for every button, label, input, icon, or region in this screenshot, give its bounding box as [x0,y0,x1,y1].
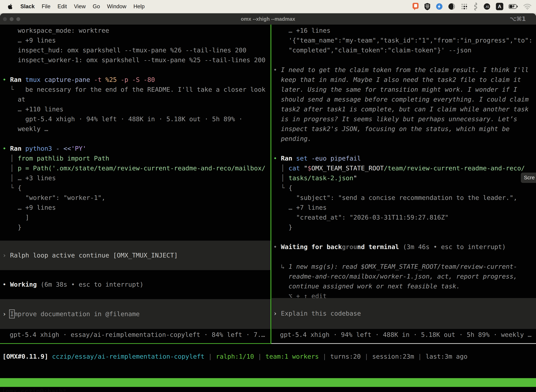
right-pane-border [271,343,536,344]
menu-bar: Slack File Edit View Go Window Help ..61… [0,0,536,13]
terminal-line: │ tasks/task-2.json" [273,173,536,183]
window-title: omx --xhigh --madmax [0,13,536,25]
terminal-line: • Working (6m 38s • esc to interrupt) [2,280,144,289]
terminal-line: readme-and-reco/mailbox/worker-1.json, a… [273,271,536,281]
terminal-line: inspect_hud: omx sparkshell --tmux-pane … [2,45,269,55]
right-pane-scrollback[interactable]: … +16 lines '{"team_name":"my-team","tas… [273,26,536,301]
terminal-line: • Ran tmux capture-pane -t %25 -p -S -80 [2,75,269,85]
bolt-badge-icon[interactable] [436,3,443,10]
terminal-line: └ be necessary for the end of the README… [2,85,269,94]
terminal-line: │ cat "$OMX_TEAM_STATE_ROOT/team/review-… [273,163,536,173]
terminal-line: inspect task2's JSON, focusing on the st… [273,124,536,134]
terminal-line: ] [2,213,269,222]
left-inject-banner: › Ralph loop active continue [OMX_TMUX_I… [0,241,271,270]
terminal-line [273,232,536,242]
terminal-content: workspace_mode: worktree … +9 lines insp… [0,25,536,392]
terminal-line: gpt-5.4 xhigh · 94% left · 488K in · 5.1… [2,114,269,124]
terminal-line: › Improve documentation in @filename [2,309,140,319]
terminal-line: [OMX#0.11.9] cczip/essay/ai-reimplementa… [2,352,467,361]
terminal-line: weekly … [2,124,269,134]
terminal-line [273,144,536,154]
terminal-line: later. Using the same for transition mig… [273,85,536,94]
terminal-line: inspect_worker-1: omx sparkshell --tmux-… [2,55,269,65]
terminal-line: └ { [273,183,536,193]
left-pane-scrollback[interactable]: workspace_mode: worktree … +9 lines insp… [2,26,269,232]
pane-divider[interactable] [270,25,271,343]
menu-item-help[interactable]: Help [134,3,145,10]
menu-item-window[interactable]: Window [107,3,126,10]
window-title-bar[interactable]: omx --xhigh --madmax ⌥⌘1 [0,13,536,25]
menu-item-edit[interactable]: Edit [57,3,67,10]
terminal-line: "worker": "worker-1", [2,193,269,203]
terminal-line: … +9 lines [2,36,269,45]
screen-tooltip: Scre [521,173,536,183]
snake-icon[interactable] [474,2,478,11]
tmux-status-bar: [omx-cczip0:bash* "MacBook-Pro-44.local"… [0,378,536,387]
terminal-line: task2 after task1 is complete, but can I… [273,104,536,114]
screen-share-icon[interactable] [412,2,419,10]
menu-item-view[interactable]: View [74,3,86,10]
terminal-line: workspace_mode: worktree [2,26,269,36]
terminal-line: … +110 lines [2,104,269,114]
terminal-line: └ { [2,183,269,193]
shield-grid-icon[interactable] [424,3,431,10]
terminal-line: › Ralph loop active continue [OMX_TMUX_I… [2,250,178,260]
window-shortcut-badge: ⌥⌘1 [510,13,526,25]
terminal-line: "created_at": "2026-03-31T11:59:27.816Z" [273,213,536,222]
terminal-line: gpt-5.4 xhigh · essay/ai-reimplementatio… [10,330,265,340]
terminal-line: "completed","claim_token":"claim-token"}… [273,45,536,55]
left-working-status: • Working (6m 38s • esc to interrupt) [2,280,144,289]
terminal-line: • Ran python3 - <<'PY' [2,144,269,154]
tmux-session-label[interactable]: [omx-cczip0:bash* [2,387,67,392]
terminal-line: • Ran set -euo pipefail [273,154,536,163]
right-prompt-input[interactable]: › Explain this codebase [272,298,536,329]
menu-bar-left: Slack File Edit View Go Window Help [0,3,144,10]
terminal-line: • Waiting for background terminal (3m 46… [273,242,536,252]
dark-crescent-icon[interactable] [448,3,455,10]
terminal-line: … +9 lines [2,203,269,213]
menu-item-file[interactable]: File [42,3,50,10]
terminal-line: • I need to get the claim token from the… [273,65,536,75]
terminal-line: ↳ 1 new msg(s): read $OMX_TEAM_STATE_ROO… [273,262,536,271]
badge-61-label: ..61 [485,5,489,8]
terminal-line: keep that in mind. Maybe I also need the… [273,75,536,85]
left-pane-border [0,343,271,344]
terminal-line [273,55,536,65]
terminal-line: is in progress? It seems likely but perh… [273,114,536,124]
menu-app-name[interactable]: Slack [20,3,35,10]
terminal-line [2,65,269,75]
terminal-line: '{"team_name":"my-team","task_id":"1","f… [273,36,536,45]
terminal-line: … +16 lines [273,26,536,36]
terminal-line [2,134,269,144]
left-session-statusline: gpt-5.4 xhigh · essay/ai-reimplementatio… [10,330,265,340]
menu-item-go[interactable]: Go [93,3,100,10]
left-prompt-input[interactable]: › Improve documentation in @filename [0,299,271,329]
right-session-statusline: gpt-5.4 xhigh · 94% left · 488K in · 5.1… [280,330,531,340]
menu-bar-status-icons: ..61 A [412,2,536,11]
terminal-line: … +7 lines [273,203,536,213]
terminal-line: gpt-5.4 xhigh · 94% left · 488K in · 5.1… [280,330,531,340]
terminal-line: │ p = Path('.omx/state/team/review-curre… [2,163,269,173]
apple-menu-icon[interactable] [8,3,13,10]
terminal-line: continue assigned work or next feasible … [273,281,536,291]
terminal-line [273,252,536,262]
terminal-line: › Explain this codebase [273,308,361,318]
terminal-window: omx --xhigh --madmax ⌥⌘1 workspace_mode:… [0,13,536,392]
terminal-line: "subject": "send a concise recommendatio… [273,193,536,203]
terminal-line: should send a message before completing … [273,94,536,104]
battery-icon[interactable] [509,4,518,9]
badge-61-icon[interactable]: ..61 [483,3,491,10]
terminal-line: at [2,94,269,104]
terminal-line: } [2,222,269,232]
wifi-icon[interactable] [523,3,531,10]
terminal-line: pending. [273,134,536,144]
terminal-line: │ from pathlib import Path [2,154,269,163]
terminal-line: } [273,222,536,232]
omx-status-line: [OMX#0.11.9] cczip/essay/ai-reimplementa… [2,352,467,361]
dots-grid-icon[interactable] [460,3,468,10]
input-source-icon[interactable]: A [496,3,503,10]
terminal-line: │ … +3 lines [2,173,269,183]
